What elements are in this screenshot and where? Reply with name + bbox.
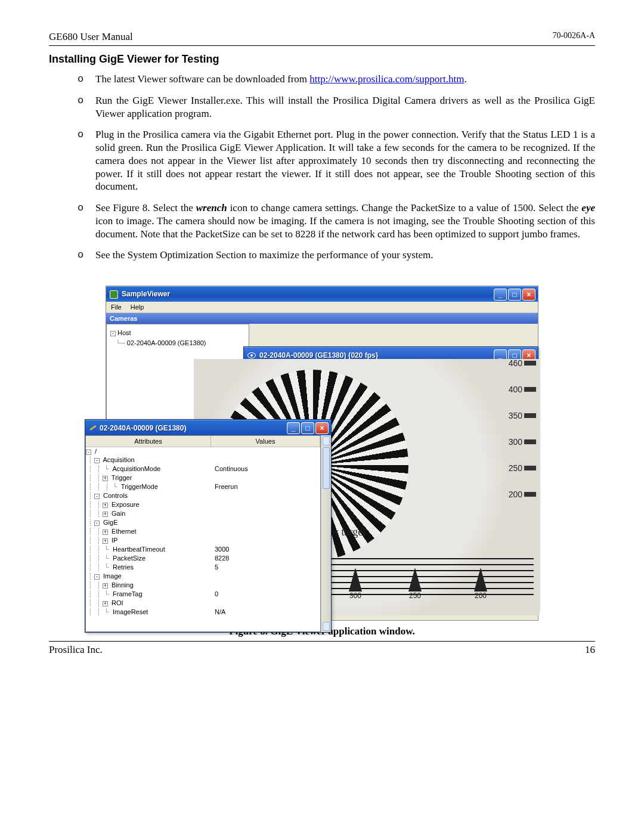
attribute-row[interactable]: ┊┊└ FrameTag0 [86, 590, 320, 599]
maximize-button[interactable]: □ [508, 289, 521, 301]
header-right: 70-0026A-A [552, 31, 595, 43]
attribute-row[interactable]: ┊┊+ Trigger [86, 473, 320, 482]
col-values[interactable]: Values [211, 436, 320, 447]
wedge-number: 250 [409, 592, 421, 600]
wedge-number: 300 [349, 592, 361, 600]
expand-icon[interactable]: + [103, 503, 108, 508]
scale-tick: 250 [509, 464, 536, 472]
scale-tick: 400 [509, 385, 536, 394]
attribute-row[interactable]: ┊┊└ Retries5 [86, 563, 320, 572]
attribute-row[interactable]: ┊┊+ ROI [86, 599, 320, 608]
menu-help[interactable]: Help [131, 304, 144, 311]
attributes-scrollbar[interactable] [321, 435, 331, 632]
scale-tick: 200 [509, 490, 536, 498]
expand-icon[interactable]: - [94, 494, 100, 499]
attributes-title-text: 02-2040A-00009 (GE1380) [100, 424, 186, 432]
page-footer: Prosilica Inc. 16 [49, 644, 595, 656]
attribute-row[interactable]: ┊┊┊└ TriggerModeFreerun [86, 482, 320, 491]
footer-rule [49, 641, 595, 642]
footer-right: 16 [585, 644, 595, 656]
attributes-titlebar[interactable]: 02-2040A-00009 (GE1380) _ □ × [85, 420, 331, 435]
main-title-text: SampleViewer [122, 290, 170, 298]
bullet-2: Run the GigE Viewer Installer.exe. This … [95, 94, 595, 120]
minimize-button[interactable]: _ [494, 289, 507, 301]
figure-8: SampleViewer _ □ × File Help Cameras -Ho… [49, 286, 595, 637]
cameras-pane-header: Cameras [106, 313, 538, 324]
bullet-1: The latest Viewer software can be downlo… [95, 73, 595, 86]
attributes-grid[interactable]: Attributes Values - /┊- Acquisition┊┊└ A… [85, 435, 321, 632]
scale-tick: 460 [509, 359, 536, 367]
scale-tick: 300 [509, 438, 536, 446]
attribute-row[interactable]: ┊┊+ Binning [86, 581, 320, 590]
attr-close-button[interactable]: × [315, 422, 329, 434]
scroll-up-icon[interactable] [323, 436, 330, 445]
section-title: Installing GigE Viewer for Testing [49, 53, 595, 66]
expand-icon[interactable]: + [103, 529, 108, 535]
expand-icon[interactable]: + [103, 538, 108, 544]
menu-file[interactable]: File [111, 304, 122, 311]
bullet-list: The latest Viewer software can be downlo… [49, 73, 595, 262]
scale-tick: 350 [509, 411, 536, 420]
wedge-marker [349, 568, 362, 592]
expand-icon[interactable]: - [94, 458, 100, 463]
attribute-row[interactable]: ┊┊└ AcquisitionModeContinuous [86, 465, 320, 473]
attribute-row[interactable]: ┊- Image [86, 572, 320, 581]
expand-icon[interactable]: - [94, 574, 100, 580]
attributes-columns-header: Attributes Values [86, 436, 320, 447]
sampleviewer-window: SampleViewer _ □ × File Help Cameras -Ho… [106, 286, 538, 621]
attr-maximize-button[interactable]: □ [301, 422, 314, 434]
preview-title-text: 02-2040A-00009 (GE1380) {020 fps} [259, 351, 378, 360]
attribute-row[interactable]: ┊- Controls [86, 491, 320, 500]
download-link[interactable]: http://www.prosilica.com/support.htm [309, 73, 464, 85]
scroll-thumb[interactable] [323, 447, 330, 489]
tree-collapse-icon[interactable]: - [110, 331, 116, 336]
menu-bar: File Help [106, 302, 538, 313]
col-attributes[interactable]: Attributes [86, 436, 211, 447]
scroll-down-icon[interactable] [323, 622, 330, 631]
attributes-window: 02-2040A-00009 (GE1380) _ □ × Attributes… [85, 419, 332, 633]
bullet-4: See Figure 8. Select the wrench icon to … [95, 202, 595, 240]
bullet-5: See the System Optimization Section to m… [95, 249, 595, 262]
attribute-row[interactable]: - / [86, 447, 320, 456]
main-titlebar[interactable]: SampleViewer _ □ × [106, 286, 538, 302]
footer-left: Prosilica Inc. [49, 644, 103, 656]
page-header: GE680 User Manual 70-0026A-A [49, 31, 595, 44]
app-icon [110, 290, 118, 299]
right-scale: 460400350300250200 [509, 359, 536, 516]
expand-icon[interactable]: + [103, 512, 108, 517]
camera-tree[interactable]: -Host └─ 02-2040A-00009 (GE1380) [107, 324, 249, 351]
wedge-number: 200 [475, 592, 487, 600]
expand-icon[interactable]: - [86, 450, 91, 455]
tree-host[interactable]: Host [117, 329, 131, 336]
tree-camera-node[interactable]: 02-2040A-00009 (GE1380) [127, 339, 206, 346]
expand-icon[interactable]: + [103, 583, 108, 589]
eye-word: eye [581, 202, 595, 213]
attribute-row[interactable]: ┊- GigE [86, 518, 320, 527]
attr-minimize-button[interactable]: _ [287, 422, 300, 434]
attribute-row[interactable]: ┊- Acquisition [86, 456, 320, 465]
bullet-3: Plug in the Prosilica camera via the Gig… [95, 128, 595, 193]
eye-icon [247, 352, 256, 358]
header-rule [49, 45, 595, 46]
expand-icon[interactable]: + [103, 601, 108, 606]
attribute-row[interactable]: ┊┊+ Ethernet [86, 527, 320, 536]
work-area: -Host └─ 02-2040A-00009 (GE1380) 02-2040… [106, 324, 538, 610]
attribute-row[interactable]: ┊┊└ ImageResetN/A [86, 608, 320, 617]
expand-icon[interactable]: - [94, 521, 100, 526]
wedge-marker [408, 568, 422, 592]
header-left: GE680 User Manual [49, 31, 133, 43]
wrench-word: wrench [196, 202, 227, 213]
attribute-row[interactable]: ┊┊+ Exposure [86, 500, 320, 509]
attribute-row[interactable]: ┊┊+ Gain [86, 509, 320, 518]
attribute-row[interactable]: ┊┊+ IP [86, 536, 320, 545]
close-button[interactable]: × [522, 289, 535, 301]
wedge-marker [474, 568, 487, 592]
expand-icon[interactable]: + [103, 476, 108, 481]
attribute-row[interactable]: ┊┊└ HeartbeatTimeout3000 [86, 545, 320, 554]
attribute-row[interactable]: ┊┊└ PacketSize8228 [86, 554, 320, 563]
wrench-icon [89, 425, 96, 432]
